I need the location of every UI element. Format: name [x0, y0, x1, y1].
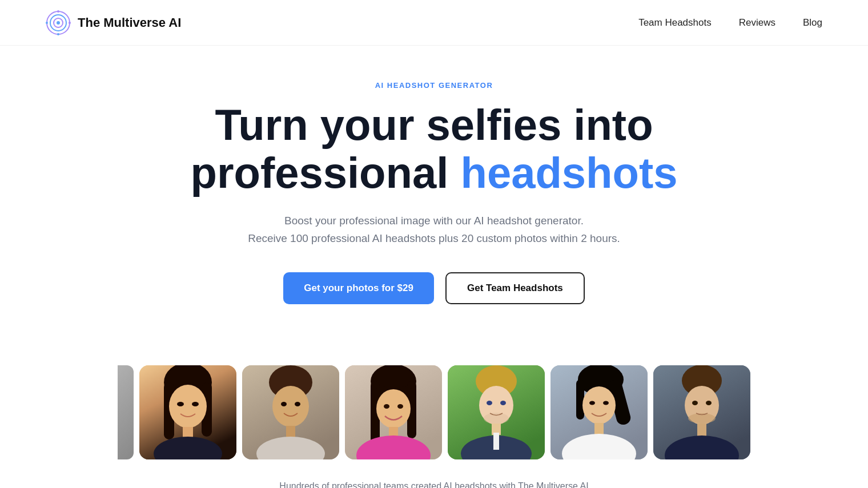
svg-point-19: [272, 386, 309, 427]
navbar: The Multiverse AI Team Headshots Reviews…: [0, 0, 868, 46]
gallery-item: [139, 365, 236, 459]
cta-buttons: Get your photos for $29 Get Team Headsho…: [23, 272, 845, 304]
hero-badge: AI HEADSHOT GENERATOR: [375, 81, 493, 90]
gallery-partial-left: [118, 365, 134, 459]
svg-rect-46: [576, 380, 584, 420]
svg-point-4: [57, 10, 59, 13]
svg-point-21: [295, 402, 300, 406]
social-proof-label: Hundreds of professional teams created A…: [279, 481, 588, 488]
svg-point-12: [169, 385, 207, 428]
svg-point-29: [376, 389, 411, 428]
svg-point-56: [706, 401, 712, 405]
hero-subtitle-line2: Receive 100 professional AI headshots pl…: [248, 232, 620, 244]
nav-links: Team Headshots Reviews Blog: [638, 17, 822, 29]
svg-point-49: [603, 401, 609, 405]
gallery-item: [550, 365, 648, 459]
person-6-silhouette: [653, 365, 750, 459]
social-proof-text: Hundreds of professional teams created A…: [0, 481, 868, 488]
cta-secondary-button[interactable]: Get Team Headshots: [445, 272, 585, 304]
svg-rect-50: [594, 423, 604, 435]
logo-text: The Multiverse AI: [78, 15, 181, 30]
hero-title-highlight: headshots: [460, 148, 677, 197]
svg-point-5: [57, 33, 59, 35]
logo-link[interactable]: The Multiverse AI: [46, 10, 181, 35]
hero-subtitle: Boost your professional image with our A…: [23, 212, 845, 247]
hero-title: Turn your selfies into professional head…: [177, 101, 691, 196]
svg-point-55: [692, 401, 698, 405]
svg-point-37: [487, 401, 492, 405]
svg-rect-58: [697, 424, 706, 436]
logo-icon: [46, 10, 71, 35]
svg-rect-22: [286, 426, 295, 438]
gallery-item: [448, 365, 545, 459]
gallery-item: [345, 365, 442, 459]
svg-point-13: [177, 402, 184, 406]
hero-section: AI HEADSHOT GENERATOR Turn your selfies …: [0, 46, 868, 361]
hero-title-line1: Turn your selfies into: [215, 100, 653, 149]
person-1-silhouette: [139, 365, 236, 459]
person-4-silhouette: [448, 365, 545, 459]
svg-point-3: [57, 21, 60, 25]
svg-point-38: [500, 401, 506, 405]
svg-point-31: [397, 404, 403, 409]
svg-point-20: [281, 402, 287, 406]
person-5-silhouette: [550, 365, 648, 459]
person-2-silhouette: [242, 365, 339, 459]
nav-blog[interactable]: Blog: [803, 17, 822, 29]
hero-subtitle-line1: Boost your professional image with our A…: [284, 215, 584, 227]
svg-point-30: [384, 404, 389, 409]
svg-point-7: [69, 22, 71, 24]
headshot-gallery: [0, 361, 868, 464]
person-3-silhouette: [345, 365, 442, 459]
svg-point-6: [46, 22, 48, 24]
svg-point-48: [589, 401, 595, 405]
cta-primary-button[interactable]: Get your photos for $29: [283, 272, 434, 304]
gallery-item: [242, 365, 339, 459]
svg-rect-42: [493, 433, 499, 450]
svg-point-47: [582, 386, 616, 424]
nav-team-headshots[interactable]: Team Headshots: [638, 17, 712, 29]
svg-point-39: [484, 413, 509, 424]
svg-point-14: [192, 402, 199, 406]
hero-title-line2-normal: professional: [190, 148, 448, 197]
nav-reviews[interactable]: Reviews: [739, 17, 775, 29]
gallery-item: [653, 365, 750, 459]
